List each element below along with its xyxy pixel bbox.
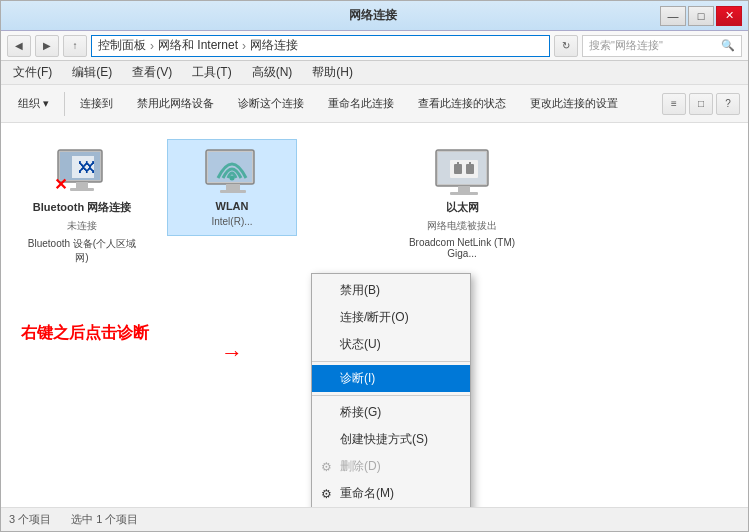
svg-rect-17 (466, 164, 474, 174)
menubar: 文件(F) 编辑(E) 查看(V) 工具(T) 高级(N) 帮助(H) (1, 61, 748, 85)
ctx-shortcut-label: 创建快捷方式(S) (340, 431, 428, 448)
svg-rect-3 (70, 188, 94, 191)
ethernet-icon-wrap (434, 148, 490, 196)
window-title: 网络连接 (85, 7, 660, 24)
ctx-delete-icon: ⚙ (318, 459, 334, 475)
bluetooth-icon-wrap: ⯵ ✕ (54, 148, 110, 196)
refresh-button[interactable]: ↻ (554, 35, 578, 57)
wlan-monitor-icon (204, 148, 264, 198)
ctx-delete: ⚙ 删除(D) (312, 453, 470, 480)
rename-button[interactable]: 重命名此连接 (319, 89, 403, 119)
address-path[interactable]: 控制面板 › 网络和 Internet › 网络连接 (91, 35, 550, 57)
search-placeholder: 搜索"网络连接" (589, 38, 663, 53)
svg-rect-9 (220, 190, 246, 193)
svg-rect-16 (454, 164, 462, 174)
menu-file[interactable]: 文件(F) (9, 62, 56, 83)
bluetooth-network-item[interactable]: ⯵ ✕ Bluetooth 网络连接 未连接 Bluetooth 设备(个人区域… (17, 139, 147, 274)
titlebar: 网络连接 — □ ✕ (1, 1, 748, 31)
network-area: ⯵ ✕ Bluetooth 网络连接 未连接 Bluetooth 设备(个人区域… (1, 123, 748, 507)
connect-button[interactable]: 连接到 (71, 89, 122, 119)
search-box[interactable]: 搜索"网络连接" 🔍 (582, 35, 742, 57)
forward-button[interactable]: ▶ (35, 35, 59, 57)
ethernet-item-name: 以太网 (446, 200, 479, 215)
ctx-bridge-label: 桥接(G) (340, 404, 381, 421)
svg-rect-8 (226, 184, 240, 190)
close-button[interactable]: ✕ (716, 6, 742, 26)
selected-count: 选中 1 个项目 (71, 512, 138, 527)
path-part-2[interactable]: 网络和 Internet (158, 37, 238, 54)
wlan-item-name: WLAN (216, 200, 249, 212)
ctx-shortcut[interactable]: 创建快捷方式(S) (312, 426, 470, 453)
svg-point-10 (230, 176, 235, 181)
wlan-item-sub: Intel(R)... (211, 216, 252, 227)
ctx-status-label: 状态(U) (340, 336, 381, 353)
ethernet-network-item[interactable]: 以太网 网络电缆被拔出 Broadcom NetLink (TM) Giga..… (397, 139, 527, 268)
bluetooth-item-status: 未连接 (67, 219, 97, 233)
sep1: › (150, 39, 154, 53)
ctx-disable[interactable]: 禁用(B) (312, 277, 470, 304)
statusbar: 3 个项目 选中 1 个项目 (1, 507, 748, 531)
bluetooth-item-name: Bluetooth 网络连接 (33, 200, 131, 215)
bluetooth-x-icon: ✕ (54, 175, 67, 194)
window: 网络连接 — □ ✕ ◀ ▶ ↑ 控制面板 › 网络和 Internet › 网… (0, 0, 749, 532)
ctx-connect-label: 连接/断开(O) (340, 309, 409, 326)
path-part-1[interactable]: 控制面板 (98, 37, 146, 54)
menu-advanced[interactable]: 高级(N) (248, 62, 297, 83)
view-button-2[interactable]: □ (689, 93, 713, 115)
bluetooth-item-sub: Bluetooth 设备(个人区域网) (26, 237, 138, 265)
ctx-bridge[interactable]: 桥接(G) (312, 399, 470, 426)
ctx-rename-label: 重命名(M) (340, 485, 394, 502)
annotation-text: 右键之后点击诊断 (21, 323, 149, 344)
menu-help[interactable]: 帮助(H) (308, 62, 357, 83)
disable-button[interactable]: 禁用此网络设备 (128, 89, 223, 119)
toolbar: 组织 ▾ 连接到 禁用此网络设备 诊断这个连接 重命名此连接 查看此连接的状态 … (1, 85, 748, 123)
search-icon: 🔍 (721, 39, 735, 52)
back-button[interactable]: ◀ (7, 35, 31, 57)
context-menu: 禁用(B) 连接/断开(O) 状态(U) 诊断(I) 桥接(G) 创建快捷方式(… (311, 273, 471, 507)
ctx-status[interactable]: 状态(U) (312, 331, 470, 358)
maximize-button[interactable]: □ (688, 6, 714, 26)
item-count: 3 个项目 (9, 512, 51, 527)
status-button[interactable]: 查看此连接的状态 (409, 89, 515, 119)
wlan-icon-wrap (204, 148, 260, 196)
menu-tools[interactable]: 工具(T) (188, 62, 235, 83)
menu-view[interactable]: 查看(V) (128, 62, 176, 83)
svg-text:⯵: ⯵ (78, 157, 96, 177)
ethernet-item-sub: Broadcom NetLink (TM) Giga... (406, 237, 518, 259)
view-button-1[interactable]: ≡ (662, 93, 686, 115)
path-part-3[interactable]: 网络连接 (250, 37, 298, 54)
ctx-rename-icon: ⚙ (318, 486, 334, 502)
ctx-delete-label: 删除(D) (340, 458, 381, 475)
menu-edit[interactable]: 编辑(E) (68, 62, 116, 83)
annotation-arrow: → (221, 340, 243, 366)
wlan-network-item[interactable]: WLAN Intel(R)... (167, 139, 297, 236)
ctx-connect[interactable]: 连接/断开(O) (312, 304, 470, 331)
minimize-button[interactable]: — (660, 6, 686, 26)
ctx-sep-1 (312, 361, 470, 362)
organize-button[interactable]: 组织 ▾ (9, 89, 58, 119)
ethernet-monitor-icon (434, 148, 494, 198)
titlebar-buttons: — □ ✕ (660, 6, 742, 26)
ethernet-item-status: 网络电缆被拔出 (427, 219, 497, 233)
help-button[interactable]: ? (716, 93, 740, 115)
settings-button[interactable]: 更改此连接的设置 (521, 89, 627, 119)
sep2: › (242, 39, 246, 53)
ctx-disable-label: 禁用(B) (340, 282, 380, 299)
main-content: ⯵ ✕ Bluetooth 网络连接 未连接 Bluetooth 设备(个人区域… (1, 123, 748, 507)
ctx-diagnose[interactable]: 诊断(I) (312, 365, 470, 392)
svg-rect-2 (76, 182, 88, 188)
ctx-sep-2 (312, 395, 470, 396)
svg-rect-13 (458, 186, 470, 192)
svg-rect-14 (450, 192, 478, 195)
ctx-diagnose-label: 诊断(I) (340, 370, 375, 387)
up-button[interactable]: ↑ (63, 35, 87, 57)
ctx-rename[interactable]: ⚙ 重命名(M) (312, 480, 470, 507)
diagnose-button[interactable]: 诊断这个连接 (229, 89, 313, 119)
toolbar-sep-1 (64, 92, 65, 116)
addressbar: ◀ ▶ ↑ 控制面板 › 网络和 Internet › 网络连接 ↻ 搜索"网络… (1, 31, 748, 61)
